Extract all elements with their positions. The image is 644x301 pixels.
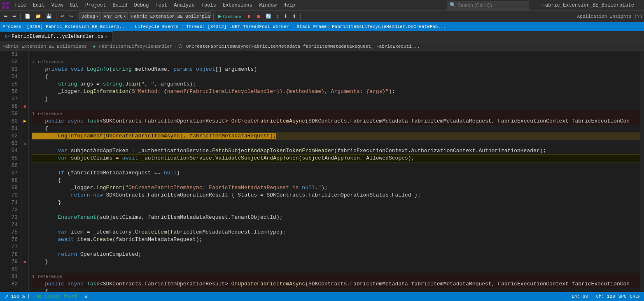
issues-indicator[interactable]: ✓ No issues found [33, 294, 77, 299]
line-number: 52 [3, 58, 18, 66]
breadcrumb-sep-1: › [89, 44, 91, 49]
debug-sep-2: | [181, 24, 184, 29]
breadcrumb-class[interactable]: ◈ FabricItemsLifecycleHandler [93, 44, 172, 49]
zoom-level[interactable]: 100 % [11, 294, 25, 299]
step-out-button[interactable]: ⬆ [290, 13, 298, 20]
restart-button[interactable]: 🔄 [264, 13, 273, 20]
method-icon: ⬡ [178, 44, 182, 49]
line-number: 59 [3, 110, 18, 118]
step-into-button[interactable]: ⬇ [282, 13, 289, 20]
debug-sep-1: | [130, 24, 133, 29]
pause-button[interactable]: ⏸ [245, 13, 253, 20]
continue-button[interactable]: ▶ Continue [216, 13, 243, 20]
lifecycle-events-label[interactable]: Lifecycle Events [135, 24, 179, 29]
line-number: 80 [3, 266, 18, 273]
stop-button[interactable]: ⏹ [254, 13, 263, 20]
menu-debug[interactable]: Debug [131, 2, 152, 9]
back-button[interactable]: ⬅ [2, 13, 9, 20]
tab-close-button[interactable]: ✕ [105, 34, 107, 39]
breadcrumb-project[interactable]: Fabric_Extension_BE_Boilerplate [2, 44, 87, 49]
line-number: 51 [3, 51, 18, 58]
gutter-row [21, 169, 28, 177]
toolbar-sep-4 [213, 13, 214, 20]
gutter-row [21, 251, 28, 258]
code-line: } [32, 258, 640, 266]
open-button[interactable]: 📁 [33, 13, 43, 20]
tab-bar: C# FabricItemsLif...ycleHandler.cs ✕ [0, 31, 644, 42]
menu-file[interactable]: File [12, 2, 29, 9]
menu-analyze[interactable]: Analyze [171, 2, 197, 9]
code-line: } [32, 199, 640, 206]
menu-window[interactable]: Window [256, 2, 280, 9]
status-right: Ln: 63 Ch: 120 SPC CRLF [572, 294, 641, 299]
code-line: string args = string.Join(", ", argument… [32, 81, 640, 88]
search-input[interactable] [457, 2, 519, 8]
process-value[interactable]: [9288] Fabric_Extension_BE_Boilerp... [27, 24, 127, 29]
tab-active[interactable]: C# FabricItemsLif...ycleHandler.cs ✕ [0, 31, 113, 42]
line-col: Ln: 63 Ch: 120 [572, 294, 615, 299]
line-number: 53 [3, 66, 18, 73]
line-number: 56 [3, 88, 18, 95]
stack-value[interactable]: FabricItemsLifecycleHandler.OnCreateFab.… [332, 24, 446, 29]
menu-extensions[interactable]: Extensions [220, 2, 255, 9]
toolbar: ⬅ ➡ 📄 📁 💾 ↩ ↪ Debug ▾ Any CPU ▾ Fabric_E… [0, 11, 644, 22]
issues-text: No issues found [36, 294, 77, 299]
toolbar-sep-5 [300, 13, 301, 20]
status-sep: | [27, 294, 30, 299]
minimap-scrollbar[interactable] [640, 51, 644, 292]
code-line: { [32, 125, 640, 132]
code-line: } [32, 95, 640, 103]
project-dropdown[interactable]: Fabric_Extension_BE_Boilerplate ▾ [129, 12, 211, 20]
code-line [32, 103, 640, 110]
redo-button[interactable]: ↪ [67, 13, 75, 20]
encoding[interactable]: SPC [618, 294, 627, 299]
gutter-row [21, 221, 28, 229]
breadcrumb-method[interactable]: ⬡ OnCreateFabricItemAsync(FabricItemMeta… [178, 44, 420, 49]
code-line: _logger.LogInformation($"Method: {nameof… [32, 88, 640, 95]
app-logo [2, 2, 9, 9]
undo-button[interactable]: ↩ [58, 13, 66, 20]
gutter-row [21, 73, 28, 81]
menu-project[interactable]: Project [82, 2, 109, 9]
gutter-row: ▶ [21, 118, 28, 125]
gutter-row [21, 229, 28, 236]
menu-help[interactable]: Help [280, 2, 298, 9]
line-number: 66 [3, 162, 18, 169]
line-number: 64 [3, 147, 18, 155]
breadcrumb: Fabric_Extension_BE_Boilerplate › ◈ Fabr… [0, 42, 644, 51]
new-file-button[interactable]: 📄 [23, 13, 33, 20]
code-line: _logger.LogError("OnCreateFabricItemAsyn… [32, 184, 640, 192]
code-line [32, 206, 640, 214]
search-icon: 🔍 [450, 2, 456, 8]
line-number: 61 [3, 125, 18, 132]
code-editor[interactable]: 4 references private void LogInfo(string… [29, 51, 640, 292]
status-sep2: | [79, 294, 82, 299]
window-title: Fabric_Extension_BE_Boilerplate [534, 2, 642, 9]
gutter-row [21, 199, 28, 206]
menu-test[interactable]: Test [153, 2, 170, 9]
thread-value[interactable]: [34212] .NET ThreadPool Worker [208, 24, 289, 29]
save-button[interactable]: 💾 [44, 13, 54, 20]
menu-edit[interactable]: Edit [30, 2, 48, 9]
menu-build[interactable]: Build [110, 2, 130, 9]
line-endings[interactable]: CRLF [630, 294, 641, 299]
check-icon: ✓ [33, 294, 35, 299]
menu-tools[interactable]: Tools [198, 2, 219, 9]
menu-git[interactable]: Git [67, 2, 82, 9]
line-numbers: 5152535455565758596061626364656667686970… [0, 51, 21, 292]
menu-view[interactable]: View [49, 2, 66, 9]
thread-label: Thread: [186, 24, 205, 29]
step-over-button[interactable]: ⤵ [274, 13, 281, 20]
line-number: 58 [3, 103, 18, 110]
cpu-dropdown[interactable]: Any CPU ▾ [102, 12, 128, 20]
debug-config-dropdown[interactable]: Debug ▾ [79, 12, 101, 20]
line-number: 54 [3, 73, 18, 81]
gutter-row [21, 266, 28, 273]
line-number: 79 [3, 258, 18, 266]
code-line [32, 51, 640, 58]
gutter-row: ⚠ [21, 140, 28, 147]
forward-button[interactable]: ➡ [10, 13, 18, 20]
line-number: 76 [3, 236, 18, 243]
code-line: LogInfo(nameof(OnCreateFabricItemAsync),… [32, 132, 640, 140]
gutter-row [21, 273, 28, 280]
